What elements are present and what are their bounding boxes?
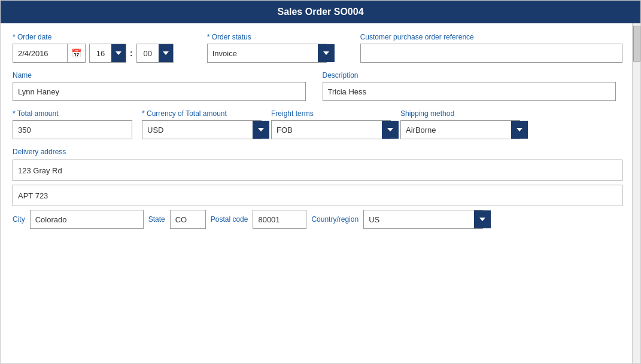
order-status-dropdown-button[interactable] — [318, 44, 335, 62]
city-label: City — [13, 215, 25, 224]
freight-dropdown-button[interactable] — [382, 121, 399, 139]
title-bar: Sales Order SO004 — [1, 1, 640, 23]
order-status-group: Order status — [207, 33, 327, 63]
address-line2-row — [13, 185, 622, 206]
description-label: Description — [323, 71, 623, 79]
main-window: Sales Order SO004 Order date 📅 — [0, 0, 641, 364]
shipping-input[interactable] — [401, 121, 511, 139]
time-colon: : — [130, 48, 133, 58]
total-amount-label: Total amount — [13, 109, 132, 118]
hour-dropdown-button[interactable] — [111, 44, 126, 62]
order-date-input[interactable] — [13, 44, 67, 62]
currency-input[interactable] — [142, 121, 253, 139]
name-input[interactable] — [13, 82, 306, 101]
city-state-row: City State Postal code Country/region — [13, 210, 622, 229]
address-line1-input[interactable] — [13, 160, 622, 181]
time-hour-input[interactable] — [90, 44, 111, 62]
order-date-group: Order date 📅 : — [13, 33, 174, 63]
freight-terms-group: Freight terms — [271, 109, 391, 139]
currency-group: Currency of Total amount — [142, 109, 262, 139]
customer-po-group: Customer purchase order reference — [360, 33, 622, 63]
description-input[interactable] — [323, 82, 616, 101]
row-amounts: Total amount Currency of Total amount Fr… — [13, 109, 622, 139]
delivery-address-label: Delivery address — [13, 148, 622, 156]
shipping-method-label: Shipping method — [400, 109, 520, 118]
address-line2-input[interactable] — [13, 185, 622, 206]
freight-select-wrapper — [271, 120, 391, 139]
state-input[interactable] — [170, 210, 206, 229]
currency-select-wrapper — [142, 120, 262, 139]
country-input[interactable] — [364, 210, 474, 228]
state-label: State — [148, 215, 165, 224]
name-label: Name — [13, 71, 313, 79]
postal-input[interactable] — [253, 210, 306, 229]
customer-po-label: Customer purchase order reference — [360, 33, 622, 41]
postal-label: Postal code — [211, 215, 248, 224]
time-minute-input[interactable] — [137, 44, 159, 62]
page-title: Sales Order SO004 — [277, 7, 363, 17]
currency-dropdown-button[interactable] — [253, 121, 269, 139]
country-label: Country/region — [311, 215, 359, 224]
time-hour-wrapper — [89, 44, 126, 63]
total-amount-input[interactable] — [13, 120, 132, 139]
order-status-label: Order status — [207, 33, 327, 41]
freight-input[interactable] — [272, 121, 382, 139]
address-line1-row — [13, 160, 622, 181]
shipping-dropdown-button[interactable] — [511, 121, 528, 139]
scrollbar[interactable] — [632, 23, 640, 363]
currency-label: Currency of Total amount — [142, 109, 262, 118]
row-name-description: Name Description — [13, 71, 622, 101]
scroll-thumb[interactable] — [633, 26, 640, 62]
row-order-header: Order date 📅 : — [13, 33, 622, 63]
description-group: Description — [323, 71, 623, 101]
order-status-select-wrapper — [207, 44, 327, 63]
name-group: Name — [13, 71, 313, 101]
time-minute-wrapper — [136, 44, 174, 63]
customer-po-input[interactable] — [360, 44, 622, 63]
minute-dropdown-button[interactable] — [159, 44, 173, 62]
delivery-section: Delivery address City State Postal code … — [13, 148, 622, 229]
freight-terms-label: Freight terms — [271, 109, 391, 118]
total-amount-group: Total amount — [13, 109, 132, 139]
country-dropdown-button[interactable] — [474, 210, 491, 228]
calendar-button[interactable]: 📅 — [67, 44, 85, 62]
form-area: Order date 📅 : — [1, 23, 640, 363]
shipping-select-wrapper — [400, 120, 520, 139]
shipping-method-group: Shipping method — [400, 109, 520, 139]
city-input[interactable] — [30, 210, 144, 229]
order-date-wrapper: 📅 — [13, 44, 86, 63]
country-select-wrapper — [363, 210, 483, 229]
order-date-label: Order date — [13, 33, 174, 41]
calendar-icon: 📅 — [71, 48, 81, 58]
order-status-input[interactable] — [208, 44, 318, 62]
